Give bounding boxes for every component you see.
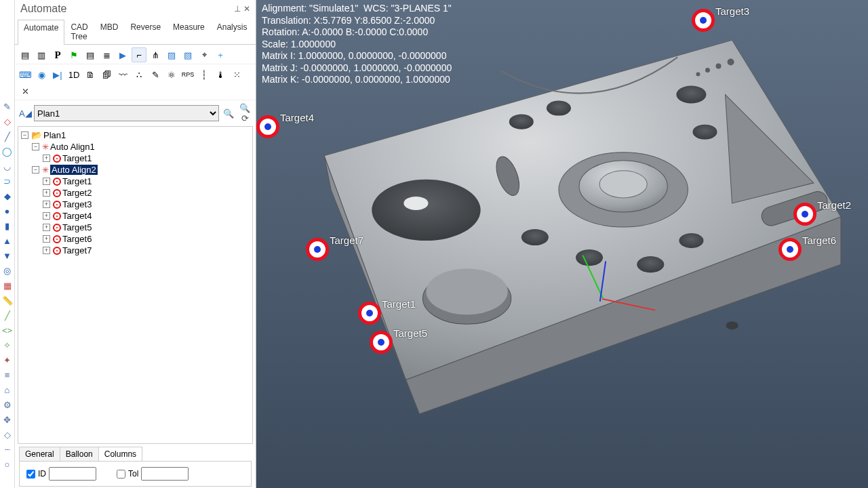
tree-target[interactable]: + Target6 bbox=[43, 233, 251, 245]
target-marker[interactable]: Target1 bbox=[358, 302, 381, 325]
thermo-icon[interactable]: 🌡 bbox=[213, 67, 228, 82]
sweep-icon[interactable]: ⊃ bbox=[2, 176, 13, 187]
torus-icon[interactable]: ◎ bbox=[2, 266, 13, 277]
svg-point-25 bbox=[726, 321, 738, 329]
angle-icon[interactable]: <> bbox=[2, 325, 13, 336]
tol-field[interactable] bbox=[141, 467, 189, 481]
svg-point-16 bbox=[637, 256, 664, 272]
plan-tree[interactable]: −📂 Plan1−✳ Auto Align1+ Target1−✳ Auto A… bbox=[18, 126, 253, 444]
tol-checkbox[interactable]: Tol bbox=[117, 467, 189, 481]
line2-icon[interactable]: ╱ bbox=[2, 310, 13, 321]
hatch2-icon[interactable]: ▧ bbox=[180, 47, 195, 62]
mesh-icon[interactable]: ▦ bbox=[2, 281, 13, 291]
id-field[interactable] bbox=[49, 467, 96, 481]
clipboard-icon[interactable]: 🗐 bbox=[99, 67, 114, 82]
automate-panel: Automate ⊥ ✕ AutomateCAD TreeMBDReverseM… bbox=[15, 0, 256, 488]
tree-target[interactable]: + Target1 bbox=[43, 176, 251, 187]
tree-node[interactable]: −✳ Auto Align2 bbox=[32, 164, 251, 176]
spark2-icon[interactable]: ✦ bbox=[2, 355, 13, 366]
stack-icon[interactable]: ≡ bbox=[2, 370, 13, 381]
tree-target[interactable]: + Target5 bbox=[43, 222, 251, 233]
bottom-tab-general[interactable]: General bbox=[19, 447, 60, 461]
target-marker[interactable]: Target4 bbox=[256, 115, 279, 138]
pin-icon[interactable]: ⊥ bbox=[233, 4, 242, 14]
target-marker[interactable]: Target6 bbox=[778, 238, 802, 261]
ruler-icon[interactable]: 📏 bbox=[2, 296, 13, 306]
viewport-3d[interactable]: Alignment: "Simulate1" WCS: "3-PLANES 1"… bbox=[256, 0, 868, 488]
target-marker[interactable]: Target3 bbox=[692, 9, 715, 32]
ortho-icon[interactable]: ⌐ bbox=[132, 47, 146, 62]
spark1-icon[interactable]: ✧ bbox=[2, 340, 13, 351]
p-icon[interactable]: P bbox=[50, 47, 65, 62]
tab-measure[interactable]: Measure bbox=[167, 19, 211, 44]
bottom-tab-columns[interactable]: Columns bbox=[98, 447, 142, 461]
tree-target[interactable]: + Target4 bbox=[43, 210, 251, 222]
cone-icon[interactable]: ▲ bbox=[2, 236, 13, 247]
tree-target[interactable]: + Target7 bbox=[43, 245, 251, 256]
globe-icon[interactable]: ◉ bbox=[34, 67, 49, 82]
home-icon[interactable]: ⌂ bbox=[2, 385, 13, 396]
slash-icon[interactable]: ╱ bbox=[2, 131, 13, 142]
svg-point-22 bbox=[705, 68, 710, 73]
graph-icon[interactable]: ✎ bbox=[148, 67, 163, 82]
bottom-tab-balloon[interactable]: Balloon bbox=[60, 447, 99, 461]
tab-analysis[interactable]: Analysis bbox=[211, 19, 254, 44]
pencil-icon[interactable]: ✎ bbox=[2, 102, 13, 113]
align-plan-icon[interactable]: A◢ bbox=[19, 108, 31, 119]
funnel-icon[interactable]: ▼ bbox=[2, 251, 13, 262]
circle-icon[interactable]: ◯ bbox=[2, 146, 13, 157]
hatch1-icon[interactable]: ▨ bbox=[164, 47, 179, 62]
scatter-icon[interactable]: ∴ bbox=[132, 67, 146, 82]
tab-mbd[interactable]: MBD bbox=[94, 19, 125, 44]
target-marker[interactable]: Target5 bbox=[370, 331, 393, 354]
sep-icon[interactable]: ┆ bbox=[197, 67, 212, 82]
flag-icon[interactable]: ⚑ bbox=[66, 47, 81, 62]
move-icon[interactable]: ✥ bbox=[2, 415, 13, 426]
oneD-icon[interactable]: 1D bbox=[66, 67, 81, 82]
rps-icon[interactable]: RPS bbox=[180, 67, 195, 82]
axis-icon[interactable]: ⤫ bbox=[18, 83, 33, 98]
doc-icon[interactable]: ▤ bbox=[18, 47, 33, 62]
panel-icon[interactable]: ▥ bbox=[34, 47, 49, 62]
id-checkbox[interactable]: ID bbox=[26, 467, 96, 481]
svg-point-21 bbox=[696, 72, 700, 76]
target-marker[interactable]: Target2 bbox=[793, 203, 816, 226]
curve-icon[interactable]: 〰 bbox=[115, 67, 130, 82]
tab-cad-tree[interactable]: CAD Tree bbox=[64, 19, 94, 44]
search-icon[interactable]: 🔍 bbox=[222, 108, 235, 119]
grid-icon[interactable]: ⁙ bbox=[229, 67, 244, 82]
report-icon[interactable]: 🗎 bbox=[83, 67, 98, 82]
arc-icon[interactable]: ◡ bbox=[2, 161, 13, 172]
link-icon[interactable]: ⋔ bbox=[148, 47, 163, 62]
tree-target[interactable]: + Target1 bbox=[43, 152, 251, 164]
gear-icon[interactable]: ⚙ bbox=[2, 400, 13, 411]
sep2-icon[interactable]: ┄ bbox=[2, 445, 13, 455]
refresh-search-icon[interactable]: 🔍⟳ bbox=[238, 103, 252, 123]
ring-icon[interactable]: ○ bbox=[2, 460, 13, 470]
tree-node[interactable]: −✳ Auto Align1 bbox=[32, 141, 251, 152]
diamond2-icon[interactable]: ◇ bbox=[2, 430, 13, 441]
solid1-icon[interactable]: ◆ bbox=[2, 191, 13, 202]
tab-reverse[interactable]: Reverse bbox=[124, 19, 167, 44]
svg-point-18 bbox=[692, 125, 717, 140]
svg-point-24 bbox=[728, 58, 734, 65]
svg-point-3 bbox=[372, 180, 480, 241]
panel-tabs: AutomateCAD TreeMBDReverseMeasureAnalysi… bbox=[15, 19, 256, 45]
probe-icon[interactable]: ⌖ bbox=[197, 47, 212, 62]
close-icon[interactable]: ✕ bbox=[242, 4, 252, 14]
plus-icon[interactable]: + bbox=[213, 47, 228, 62]
camera-icon[interactable]: ⌨ bbox=[18, 67, 33, 82]
tree-target[interactable]: + Target3 bbox=[43, 199, 251, 210]
target-marker[interactable]: Target7 bbox=[306, 238, 329, 261]
stat-icon[interactable]: ⚛ bbox=[164, 67, 179, 82]
pin-icon[interactable]: ◇ bbox=[2, 117, 13, 127]
step-icon[interactable]: ▶| bbox=[50, 67, 65, 82]
play-icon[interactable]: ▶ bbox=[115, 47, 130, 62]
tree-target[interactable]: + Target2 bbox=[43, 187, 251, 199]
plan-select[interactable]: Plan1 bbox=[34, 105, 219, 121]
cyl-icon[interactable]: ▮ bbox=[2, 221, 13, 232]
sphere-icon[interactable]: ● bbox=[2, 206, 13, 217]
tab-automate[interactable]: Automate bbox=[18, 20, 64, 45]
list-icon[interactable]: ≣ bbox=[99, 47, 114, 62]
sheet-icon[interactable]: ▤ bbox=[83, 47, 98, 62]
